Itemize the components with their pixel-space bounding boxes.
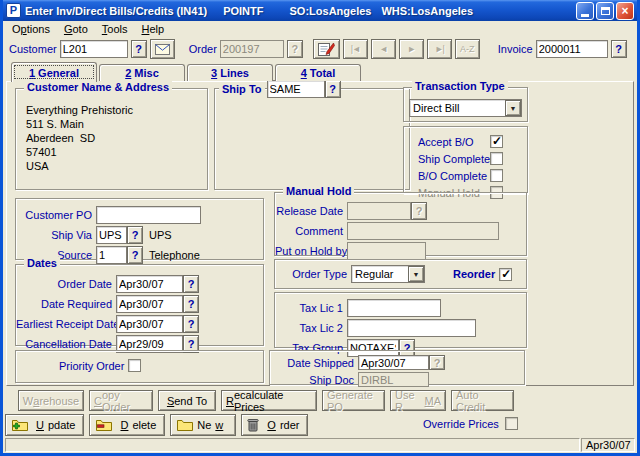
override-prices-checkbox[interactable] (505, 417, 518, 430)
edit-notes-button[interactable] (313, 39, 340, 59)
bo-complete-checkbox[interactable] (490, 169, 503, 182)
customer-po-field: Customer PO (16, 206, 263, 224)
order-delete-button[interactable]: Order (241, 414, 308, 436)
ship-to-lookup-button[interactable]: ? (325, 80, 341, 98)
menu-tools[interactable]: Tools (95, 22, 135, 36)
customer-address-group: Customer Name & Address Everything Prehi… (15, 88, 208, 190)
source-input[interactable] (96, 246, 127, 264)
ship-to-label: Ship To (219, 83, 265, 95)
invoice-input[interactable] (536, 40, 608, 58)
label: 4 (301, 67, 307, 79)
date-shipped-input[interactable] (358, 355, 429, 370)
tab-lines[interactable]: 3Lines (187, 64, 273, 81)
title-environment: POINTF (223, 5, 263, 17)
ship-via-lookup-button[interactable]: ? (127, 226, 143, 244)
tax-lic1-input[interactable] (347, 299, 441, 317)
record-button-row: Update Delete New Order Override Prices (3, 412, 637, 437)
accept-bo-checkbox[interactable] (490, 135, 503, 148)
reorder-checkbox[interactable] (499, 268, 512, 281)
trash-icon (247, 418, 259, 432)
tax-group: Tax Lic 1 Tax Lic 2 Tax Group ? (274, 292, 527, 348)
label: A (434, 395, 441, 407)
label: W (23, 395, 33, 407)
customer-po-label: Customer PO (16, 209, 92, 221)
auto-credit-button: Auto Credit (451, 390, 514, 411)
tab-misc[interactable]: 2Misc (99, 64, 185, 81)
ship-doc-label: Ship Doc (270, 374, 354, 386)
order-lookup-button: ? (287, 40, 303, 58)
order-type-select[interactable]: Regular (351, 265, 425, 283)
delete-button[interactable]: Delete (89, 414, 165, 436)
order-date-input[interactable] (116, 275, 183, 293)
label: R (226, 395, 234, 407)
folder-minus-icon (95, 418, 112, 431)
update-button[interactable]: Update (5, 414, 84, 436)
label: S (167, 395, 174, 407)
title-bar: P Enter Inv/Direct Bills/Credits (IN41)P… (3, 0, 637, 21)
maximize-button[interactable] (596, 2, 614, 20)
label: 2 (125, 67, 131, 79)
source-lookup-button[interactable]: ? (127, 246, 143, 264)
date-required-input[interactable] (116, 295, 183, 313)
menu-goto[interactable]: Goto (57, 22, 95, 36)
label: Generate PO (327, 389, 380, 413)
label: rder (280, 419, 300, 431)
menu-help[interactable]: Help (134, 22, 171, 36)
comment-field: Comment (275, 222, 526, 240)
ship-to-input[interactable] (267, 80, 325, 98)
date-required-lookup-button[interactable]: ? (183, 295, 199, 313)
label: Lines (220, 67, 249, 79)
invoice-lookup-button[interactable]: ? (611, 40, 627, 58)
maximize-icon (601, 7, 610, 15)
order-date-lookup-button[interactable]: ? (183, 275, 199, 293)
transaction-type-select[interactable]: Direct Bill (409, 99, 522, 117)
order-date-field: Order Date ? (16, 275, 263, 293)
override-prices-label: Override Prices (423, 418, 499, 430)
transaction-type-title: Transaction Type (412, 80, 508, 92)
use-rma-button: Use RMA (390, 390, 446, 411)
priority-order-checkbox[interactable] (128, 359, 141, 372)
menu-options[interactable]: Options (5, 22, 57, 36)
app-icon: P (6, 3, 21, 18)
recalculate-prices-button[interactable]: Recalculate Prices (221, 390, 317, 411)
tab-total[interactable]: 4Total (275, 64, 361, 81)
caption-buttons (576, 2, 634, 20)
ship-via-input[interactable] (96, 226, 127, 244)
new-button[interactable]: New (170, 414, 236, 436)
tax-lic2-input[interactable] (347, 319, 476, 337)
mail-button[interactable] (150, 39, 175, 59)
earliest-receipt-date-field: Earliest Receipt Date ? (16, 315, 263, 333)
label: G (64, 23, 73, 35)
tax-lic1-field: Tax Lic 1 (275, 299, 526, 317)
customer-input[interactable] (60, 40, 128, 58)
close-button[interactable] (616, 2, 634, 20)
invoice-label: Invoice (498, 43, 533, 55)
label: opy Order (102, 389, 148, 413)
order-type-group: Order Type Regular Reorder (274, 259, 527, 289)
ship-to-group: Ship To ? (214, 88, 410, 190)
customer-lookup-button[interactable]: ? (131, 40, 147, 58)
minimize-button[interactable] (576, 2, 594, 20)
tab-general[interactable]: 1General (11, 62, 97, 82)
label: w (215, 419, 223, 431)
bo-complete-field: B/O Complete (404, 167, 527, 184)
earliest-receipt-date-lookup-button[interactable]: ? (183, 315, 199, 333)
reorder-label: Reorder (453, 268, 495, 280)
generate-po-button: Generate PO (322, 390, 385, 411)
release-date-label: Release Date (275, 205, 343, 217)
label: ecalculate Prices (234, 389, 312, 413)
ship-complete-checkbox[interactable] (490, 152, 503, 165)
override-prices-field: Override Prices (423, 417, 518, 430)
order-flags-group: Accept B/O Ship Complete B/O Complete Ma… (403, 126, 528, 194)
label: C (94, 395, 102, 407)
envelope-icon (155, 44, 170, 55)
chevron-down-icon[interactable] (408, 266, 424, 282)
put-on-hold-by-label: Put on Hold by (275, 245, 343, 257)
ship-via-description: UPS (149, 229, 172, 241)
earliest-receipt-date-input[interactable] (116, 315, 183, 333)
send-to-button[interactable]: Send To (158, 390, 216, 411)
customer-po-input[interactable] (96, 206, 201, 224)
chevron-down-icon[interactable] (505, 100, 521, 116)
nav-previous-button: ◄ (371, 39, 396, 59)
status-bar: Apr30/07 (3, 437, 637, 453)
